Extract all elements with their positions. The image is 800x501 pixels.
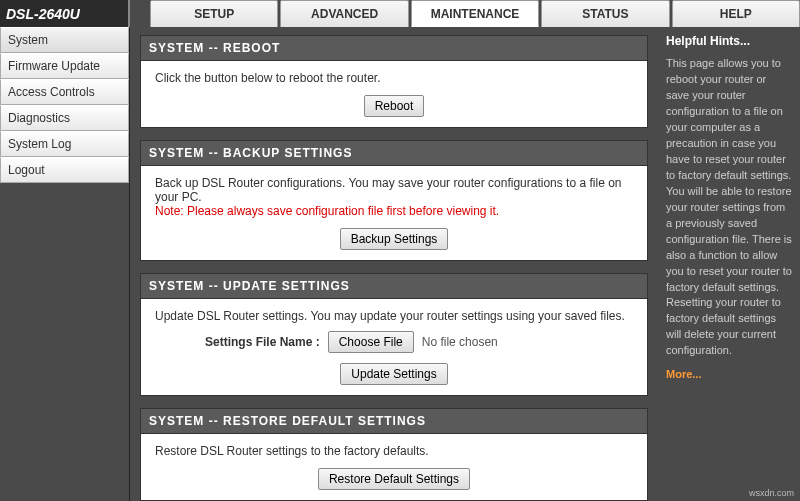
- backup-note: Note: Please always save configuration f…: [155, 204, 633, 218]
- content-area: SYSTEM -- REBOOT Click the button below …: [130, 27, 658, 501]
- sidebar-item-logout[interactable]: Logout: [0, 157, 129, 183]
- backup-button[interactable]: Backup Settings: [340, 228, 449, 250]
- reboot-button[interactable]: Reboot: [364, 95, 425, 117]
- sidebar-item-access[interactable]: Access Controls: [0, 79, 129, 105]
- panel-restore-head: SYSTEM -- RESTORE DEFAULT SETTINGS: [141, 409, 647, 434]
- choose-file-button[interactable]: Choose File: [328, 331, 414, 353]
- device-model-logo: DSL-2640U: [0, 0, 130, 27]
- file-status: No file chosen: [422, 335, 498, 349]
- panel-reboot-head: SYSTEM -- REBOOT: [141, 36, 647, 61]
- restore-text: Restore DSL Router settings to the facto…: [155, 444, 633, 458]
- reboot-text: Click the button below to reboot the rou…: [155, 71, 633, 85]
- panel-update: SYSTEM -- UPDATE SETTINGS Update DSL Rou…: [140, 273, 648, 396]
- sidebar-item-diagnostics[interactable]: Diagnostics: [0, 105, 129, 131]
- file-label: Settings File Name :: [205, 335, 320, 349]
- update-button[interactable]: Update Settings: [340, 363, 447, 385]
- tab-help[interactable]: HELP: [672, 0, 800, 27]
- panel-backup: SYSTEM -- BACKUP SETTINGS Back up DSL Ro…: [140, 140, 648, 261]
- panel-reboot: SYSTEM -- REBOOT Click the button below …: [140, 35, 648, 128]
- main-tabs: SETUP ADVANCED MAINTENANCE STATUS HELP: [130, 0, 800, 27]
- update-text: Update DSL Router settings. You may upda…: [155, 309, 633, 323]
- tab-advanced[interactable]: ADVANCED: [280, 0, 408, 27]
- sidebar-item-syslog[interactable]: System Log: [0, 131, 129, 157]
- panel-update-head: SYSTEM -- UPDATE SETTINGS: [141, 274, 647, 299]
- panel-backup-head: SYSTEM -- BACKUP SETTINGS: [141, 141, 647, 166]
- backup-text: Back up DSL Router configurations. You m…: [155, 176, 633, 204]
- tab-maintenance[interactable]: MAINTENANCE: [411, 0, 539, 27]
- sidebar-item-system[interactable]: System: [0, 27, 129, 53]
- sidebar-item-firmware[interactable]: Firmware Update: [0, 53, 129, 79]
- sidebar: System Firmware Update Access Controls D…: [0, 27, 130, 501]
- more-link[interactable]: More...: [666, 367, 701, 383]
- hints-body: This page allows you to reboot your rout…: [666, 56, 792, 359]
- hints-title: Helpful Hints...: [666, 33, 792, 50]
- hints-panel: Helpful Hints... This page allows you to…: [658, 27, 800, 501]
- tab-status[interactable]: STATUS: [541, 0, 669, 27]
- restore-button[interactable]: Restore Default Settings: [318, 468, 470, 490]
- tab-setup[interactable]: SETUP: [150, 0, 278, 27]
- watermark: wsxdn.com: [749, 488, 794, 498]
- panel-restore: SYSTEM -- RESTORE DEFAULT SETTINGS Resto…: [140, 408, 648, 501]
